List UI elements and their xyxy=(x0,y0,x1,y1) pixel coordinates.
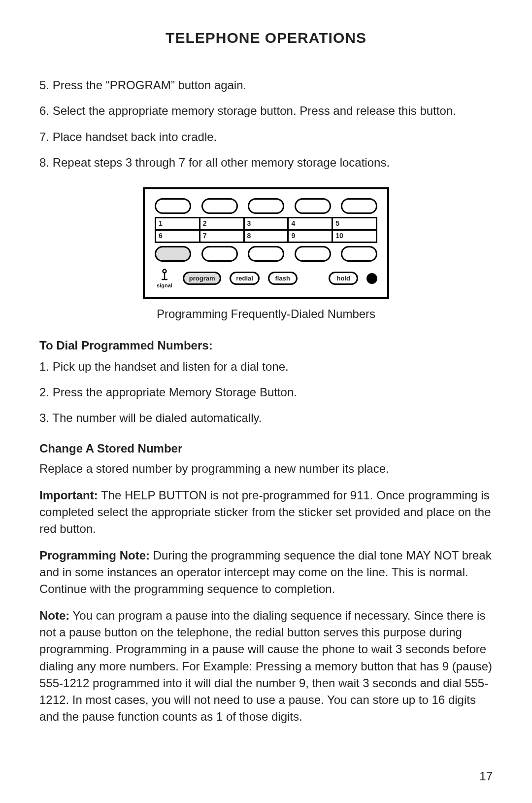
programming-note-paragraph: Programming Note: During the programming… xyxy=(39,547,493,597)
diagram-caption: Programming Frequently-Dialed Numbers xyxy=(39,307,493,321)
mem-button-3 xyxy=(248,198,284,214)
page-title: TELEPHONE OPERATIONS xyxy=(39,30,493,46)
mem-button-9 xyxy=(295,246,331,262)
cell-6: 6 xyxy=(156,231,200,242)
program-button: program xyxy=(183,272,222,285)
dial-steps: 1. Pick up the handset and listen for a … xyxy=(39,357,493,428)
dial-step-2: 2. Press the appropriate Memory Storage … xyxy=(39,383,493,402)
signal-indicator: signal xyxy=(155,269,174,288)
signal-icon xyxy=(161,269,168,281)
change-body: Replace a stored number by programming a… xyxy=(39,460,493,477)
cell-8: 8 xyxy=(245,231,289,242)
dial-heading: To Dial Programmed Numbers: xyxy=(39,339,493,352)
dial-step-1: 1. Pick up the handset and listen for a … xyxy=(39,357,493,376)
change-heading: Change A Stored Number xyxy=(39,442,493,455)
important-paragraph: Important: The HELP BUTTON is not pre-pr… xyxy=(39,487,493,537)
flash-button: flash xyxy=(268,272,298,285)
important-body: The HELP BUTTON is not pre-programmed fo… xyxy=(39,489,491,535)
cell-9: 9 xyxy=(289,231,333,242)
mem-button-4 xyxy=(295,198,331,214)
page-number: 17 xyxy=(479,769,493,783)
cell-3: 3 xyxy=(245,218,289,231)
note-paragraph: Note: You can program a pause into the d… xyxy=(39,607,493,725)
cell-4: 4 xyxy=(289,218,333,231)
note-prefix: Note: xyxy=(39,609,69,622)
important-prefix: Important: xyxy=(39,489,98,502)
mem-button-10 xyxy=(341,246,377,262)
signal-label: signal xyxy=(157,282,172,288)
cell-2: 2 xyxy=(200,218,245,231)
label-grid: 1 2 3 4 5 6 7 8 9 10 xyxy=(155,217,377,243)
indicator-dot-icon xyxy=(366,273,377,284)
prognote-prefix: Programming Note: xyxy=(39,549,150,562)
step-5: 5. Press the “PROGRAM” button again. xyxy=(39,76,493,95)
redial-button: redial xyxy=(230,272,260,285)
step-6: 6. Select the appropriate memory storage… xyxy=(39,102,493,120)
mem-button-5 xyxy=(341,198,377,214)
step-7: 7. Place handset back into cradle. xyxy=(39,128,493,146)
phone-keypad-diagram: 1 2 3 4 5 6 7 8 9 10 xyxy=(143,187,389,299)
hold-button: hold xyxy=(329,272,358,285)
mem-button-1 xyxy=(155,198,191,214)
cell-5: 5 xyxy=(333,218,376,231)
step-8: 8. Repeat steps 3 through 7 for all othe… xyxy=(39,153,493,172)
cell-7: 7 xyxy=(200,231,245,242)
cell-10: 10 xyxy=(333,231,376,242)
dial-step-3: 3. The number will be dialed automatical… xyxy=(39,409,493,427)
note-body: You can program a pause into the dialing… xyxy=(39,609,492,723)
mem-button-7 xyxy=(201,246,238,262)
steps-top: 5. Press the “PROGRAM” button again. 6. … xyxy=(39,76,493,173)
mem-button-8 xyxy=(248,246,284,262)
svg-point-0 xyxy=(163,269,166,273)
mem-button-2 xyxy=(201,198,238,214)
mem-button-6 xyxy=(155,246,191,262)
cell-1: 1 xyxy=(156,218,200,231)
